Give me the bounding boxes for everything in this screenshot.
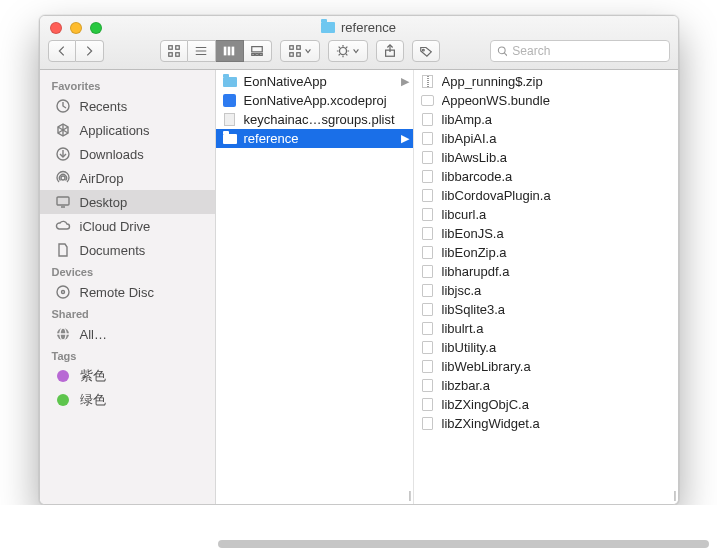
arrange-button[interactable]	[280, 40, 320, 62]
sidebar-section-header: Favorites	[40, 76, 215, 94]
icon-view-button[interactable]	[160, 40, 188, 62]
xcode-icon	[222, 94, 238, 107]
file-row[interactable]: EonNativeApp▶	[216, 72, 413, 91]
file-label: libulrt.a	[442, 321, 674, 336]
file-row[interactable]: libbarcode.a	[414, 167, 678, 186]
sidebar: FavoritesRecentsApplicationsDownloadsAir…	[40, 70, 216, 504]
sidebar-item-airdrop[interactable]: AirDrop	[40, 166, 215, 190]
file-icon	[420, 341, 436, 354]
sidebar-item-downloads[interactable]: Downloads	[40, 142, 215, 166]
file-row[interactable]: keychainac…sgroups.plist	[216, 110, 413, 129]
file-icon	[420, 303, 436, 316]
column-resize-handle[interactable]: ||	[408, 490, 409, 501]
window-title-text: reference	[341, 20, 396, 35]
file-label: libEonZip.a	[442, 245, 674, 260]
file-row[interactable]: libWebLibrary.a	[414, 357, 678, 376]
file-row[interactable]: AppeonWS.bundle	[414, 91, 678, 110]
file-icon	[420, 227, 436, 240]
svg-rect-3	[175, 52, 179, 56]
file-row[interactable]: libAwsLib.a	[414, 148, 678, 167]
tags-button[interactable]	[412, 40, 440, 62]
svg-rect-14	[289, 45, 293, 49]
column-browser: EonNativeApp▶EonNativeApp.xcodeprojkeych…	[216, 70, 678, 504]
file-icon	[420, 246, 436, 259]
plist-icon	[222, 113, 238, 126]
file-row[interactable]: libZXingObjC.a	[414, 395, 678, 414]
sidebar-item-documents[interactable]: Documents	[40, 238, 215, 262]
file-row[interactable]: libjsc.a	[414, 281, 678, 300]
file-label: libEonJS.a	[442, 226, 674, 241]
disclosure-arrow-icon: ▶	[401, 75, 409, 88]
file-icon	[420, 417, 436, 430]
file-row[interactable]: libCordovaPlugin.a	[414, 186, 678, 205]
svg-rect-39	[57, 197, 69, 205]
close-button[interactable]	[50, 22, 62, 34]
action-button[interactable]	[328, 40, 368, 62]
file-icon	[420, 189, 436, 202]
sidebar-item-applications[interactable]: Applications	[40, 118, 215, 142]
share-button[interactable]	[376, 40, 404, 62]
file-row[interactable]: libzbar.a	[414, 376, 678, 395]
sidebar-item-icloud-drive[interactable]: iCloud Drive	[40, 214, 215, 238]
search-input[interactable]	[512, 44, 662, 58]
svg-point-30	[498, 46, 505, 53]
forward-button[interactable]	[76, 40, 104, 62]
file-row[interactable]: reference▶	[216, 129, 413, 148]
file-row[interactable]: libcurl.a	[414, 205, 678, 224]
column-resize-handle[interactable]: ||	[673, 490, 674, 501]
sidebar-item-all-[interactable]: All…	[40, 322, 215, 346]
desktop-icon	[54, 194, 72, 210]
gallery-view-button[interactable]	[244, 40, 272, 62]
file-row[interactable]: libharupdf.a	[414, 262, 678, 281]
window-title: reference	[321, 20, 396, 35]
svg-point-29	[422, 49, 424, 51]
search-field[interactable]	[490, 40, 670, 62]
svg-rect-2	[168, 52, 172, 56]
svg-line-24	[346, 54, 347, 55]
search-icon	[497, 45, 508, 57]
file-row[interactable]: libApiAI.a	[414, 129, 678, 148]
column-1: App_running$.zipAppeonWS.bundlelibAmp.al…	[414, 70, 678, 504]
svg-rect-11	[252, 53, 255, 55]
file-label: libAmp.a	[442, 112, 674, 127]
sidebar-item-label: Downloads	[80, 147, 144, 162]
file-label: libbarcode.a	[442, 169, 674, 184]
file-label: App_running$.zip	[442, 74, 674, 89]
file-row[interactable]: libEonJS.a	[414, 224, 678, 243]
column-view-button[interactable]	[216, 40, 244, 62]
file-row[interactable]: App_running$.zip	[414, 72, 678, 91]
sidebar-item--[interactable]: 绿色	[40, 388, 215, 412]
sidebar-item-label: All…	[80, 327, 107, 342]
disc-icon	[54, 284, 72, 300]
file-label: libjsc.a	[442, 283, 674, 298]
file-icon	[420, 284, 436, 297]
svg-line-25	[338, 54, 339, 55]
file-row[interactable]: libSqlite3.a	[414, 300, 678, 319]
file-row[interactable]: libulrt.a	[414, 319, 678, 338]
sidebar-item--[interactable]: 紫色	[40, 364, 215, 388]
file-row[interactable]: libZXingWidget.a	[414, 414, 678, 433]
column-0: EonNativeApp▶EonNativeApp.xcodeprojkeych…	[216, 70, 414, 504]
list-view-button[interactable]	[188, 40, 216, 62]
view-switcher	[160, 40, 272, 62]
folder-icon	[222, 134, 238, 144]
minimize-button[interactable]	[70, 22, 82, 34]
file-row[interactable]: libEonZip.a	[414, 243, 678, 262]
zoom-button[interactable]	[90, 22, 102, 34]
file-row[interactable]: libUtility.a	[414, 338, 678, 357]
back-button[interactable]	[48, 40, 76, 62]
file-row[interactable]: EonNativeApp.xcodeproj	[216, 91, 413, 110]
sidebar-item-desktop[interactable]: Desktop	[40, 190, 215, 214]
sidebar-item-label: 绿色	[80, 391, 106, 409]
sidebar-item-remote-disc[interactable]: Remote Disc	[40, 280, 215, 304]
svg-point-18	[339, 47, 346, 54]
documents-icon	[54, 242, 72, 258]
svg-rect-7	[224, 46, 227, 55]
sidebar-section-header: Shared	[40, 304, 215, 322]
icloud-icon	[54, 218, 72, 234]
folder-icon	[222, 77, 238, 87]
tag-icon	[54, 394, 72, 406]
file-row[interactable]: libAmp.a	[414, 110, 678, 129]
file-label: libZXingWidget.a	[442, 416, 674, 431]
sidebar-item-recents[interactable]: Recents	[40, 94, 215, 118]
